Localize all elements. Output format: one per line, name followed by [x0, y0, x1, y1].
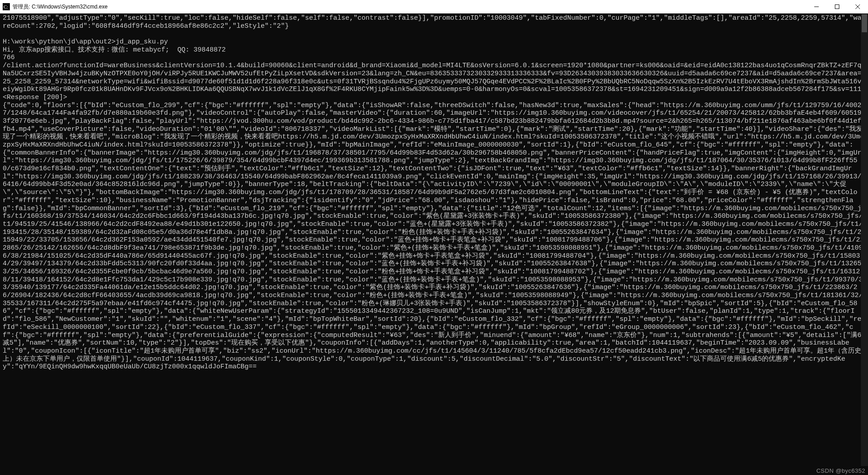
terminal-greeting: Hi, 京东app搜索接口。技术支持：微信: metabycf; QQ: 398…: [3, 46, 865, 54]
watermark: CSDN @byc6352: [816, 467, 865, 474]
window-title: 管理员: C:\Windows\System32\cmd.exe: [13, 3, 107, 11]
terminal-response-body: {"code":0,"floors":[{"bId":"eCustom_flo_…: [3, 102, 865, 371]
window-title-bar: C: 管理员: C:\Windows\System32\cmd.exe: [0, 0, 868, 13]
svg-text:C:: C:: [4, 4, 8, 9]
terminal-request-url: /client.action?functionId=wareBusiness&c…: [3, 62, 865, 94]
terminal-number: 766: [3, 54, 865, 62]
close-button[interactable]: [847, 0, 868, 13]
svg-rect-3: [835, 5, 839, 9]
vertical-scrollbar[interactable]: [861, 13, 868, 466]
terminal-blank: [3, 30, 865, 38]
terminal-prompt: H:\works\python\jd\app\out2>jd_app_sku.p…: [3, 38, 865, 46]
cmd-icon: C:: [3, 3, 10, 10]
title-left: C: 管理员: C:\Windows\System32\cmd.exe: [0, 3, 107, 11]
terminal-viewport[interactable]: 21075518900","adjustType":"0","secKill":…: [0, 13, 868, 466]
scroll-thumb[interactable]: [862, 14, 867, 32]
maximize-button[interactable]: [827, 0, 847, 13]
terminal-response-status: <Response [200]>: [3, 94, 865, 102]
terminal-line-top: 21075518900","adjustType":"0","secKill":…: [3, 14, 865, 30]
minimize-button[interactable]: [806, 0, 827, 13]
window-controls: [806, 0, 868, 13]
